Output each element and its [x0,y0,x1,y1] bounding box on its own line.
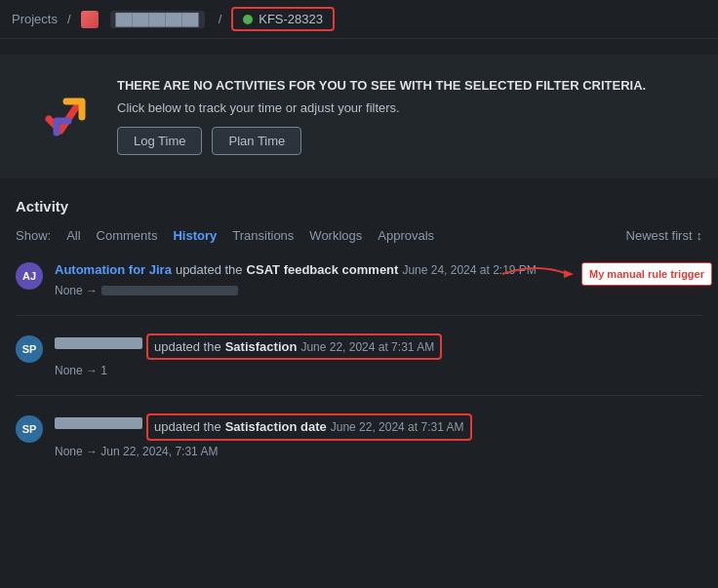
activity-item-2: SP updated the Satisfaction June 22, 202… [16,333,702,378]
activity-content-2: updated the Satisfaction June 22, 2024 a… [55,333,702,378]
issue-tab[interactable]: KFS-28323 [231,7,335,31]
svg-marker-0 [564,270,574,278]
highlight-row-2: updated the Satisfaction June 22, 2024 a… [146,333,442,361]
no-activity-banner: THERE ARE NO ACTIVITIES FOR YOU TO SEE W… [0,55,718,178]
breadcrumb-projects[interactable]: Projects [12,12,58,26]
activity-content-3: updated the Satisfaction date June 22, 2… [55,413,702,458]
banner-buttons: Log Time Plan Time [117,127,646,155]
divider-2 [16,395,702,396]
app-logo [39,88,98,146]
issue-id: KFS-28323 [259,12,323,26]
sort-control[interactable]: Newest first ↕ [626,228,702,243]
activity-time-2: June 22, 2024 at 7:31 AM [300,338,434,356]
filter-tab-approvals[interactable]: Approvals [370,224,442,247]
activity-field-1: CSAT feedback comment [247,260,399,280]
banner-text-block: THERE ARE NO ACTIVITIES FOR YOU TO SEE W… [117,78,646,155]
activity-item-3: SP updated the Satisfaction date June 22… [16,413,702,458]
activity-field-3: Satisfaction date [225,417,327,437]
filter-tab-transitions[interactable]: Transitions [224,224,301,247]
activity-content-1: Automation for Jira updated the CSAT fee… [55,260,702,297]
highlight-row-3: updated the Satisfaction date June 22, 2… [146,413,472,441]
avatar-sp-2: SP [16,415,43,443]
sub-none-3: None → Jun 22, 2024, 7:31 AM [55,445,218,458]
activity-heading: Activity [16,198,702,215]
top-nav: Projects / ██████████ / KFS-28323 [0,0,718,39]
activity-main-line-3: updated the Satisfaction date June 22, 2… [55,413,702,441]
sub-none-2: None → 1 [55,364,107,377]
avatar-sp-1: SP [16,335,43,363]
arrow-icon-1 [498,260,576,288]
activity-text-2: updated the [154,337,221,357]
activity-time-3: June 22, 2024 at 7:31 AM [331,418,464,436]
actor-name-3-blurred [55,417,142,429]
filter-tab-history[interactable]: History [165,224,224,247]
activity-section: Activity Show: All Comments History Tran… [0,178,718,491]
filter-tab-all[interactable]: All [59,224,88,247]
issue-status-dot [243,15,253,24]
annotation-wrapper-1: My manual rule trigger [498,260,712,288]
divider-1 [16,315,702,316]
actor-name-1: Automation for Jira [55,260,172,280]
activity-main-line-2: updated the Satisfaction June 22, 2024 a… [55,333,702,361]
sort-label: Newest first [626,228,693,243]
actor-name-2-blurred [55,337,142,349]
breadcrumb-sep1: / [67,12,71,26]
show-label: Show: [16,228,51,243]
banner-main-text: THERE ARE NO ACTIVITIES FOR YOU TO SEE W… [117,78,646,93]
activity-main-line-1: Automation for Jira updated the CSAT fee… [55,260,702,280]
banner-sub-text: Click below to track your time or adjust… [117,100,646,115]
sub-value-1-blurred [101,286,238,295]
activity-filter-bar: Show: All Comments History Transitions W… [16,224,702,247]
sub-none-1: None → [55,284,98,297]
activity-text-3: updated the [154,417,221,437]
log-time-button[interactable]: Log Time [117,127,202,155]
project-name[interactable]: ██████████ [110,11,205,28]
activity-sub-3: None → Jun 22, 2024, 7:31 AM [55,445,702,458]
avatar-aj: AJ [16,262,43,290]
filter-tab-comments[interactable]: Comments [89,224,166,247]
project-icon [81,11,99,28]
activity-field-2: Satisfaction [225,337,298,357]
plan-time-button[interactable]: Plan Time [212,127,301,155]
activity-sub-2: None → 1 [55,364,702,377]
annotation-label-1: My manual rule trigger [581,262,712,287]
breadcrumb-sep2: / [219,12,222,26]
activity-text-1: updated the [176,260,243,280]
activity-item-1: AJ Automation for Jira updated the CSAT … [16,260,702,297]
filter-tab-worklogs[interactable]: Worklogs [301,224,370,247]
sort-icon: ↕ [697,228,703,243]
